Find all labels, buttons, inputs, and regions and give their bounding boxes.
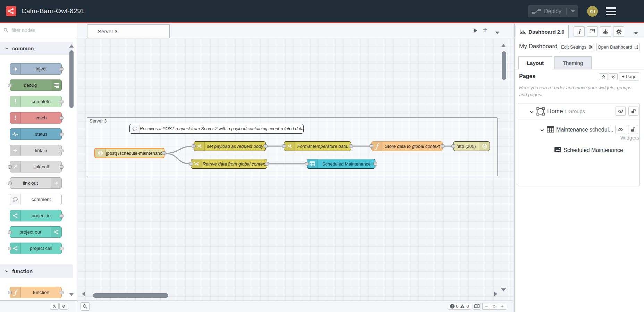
palette-node-status[interactable]: status (10, 128, 62, 140)
output-port[interactable] (60, 214, 63, 218)
comment-node[interactable]: Receives a POST request from Server 2 wi… (129, 124, 304, 134)
input-port[interactable] (451, 144, 455, 148)
zoom-reset-button[interactable]: ○ (490, 303, 498, 310)
output-port[interactable] (60, 149, 63, 152)
help-tab-button[interactable] (587, 26, 598, 37)
chevron-down-icon[interactable] (540, 128, 544, 134)
output-port[interactable] (60, 67, 63, 71)
canvas-scroll-right-icon[interactable] (494, 292, 497, 298)
input-port[interactable] (8, 230, 12, 234)
palette-node-link-out[interactable]: link out (10, 177, 62, 189)
visibility-toggle-button[interactable] (615, 125, 625, 134)
output-port[interactable] (60, 291, 63, 294)
search-flows-button[interactable] (80, 302, 90, 311)
input-port[interactable] (305, 162, 309, 166)
zoom-out-button[interactable]: − (482, 303, 490, 310)
output-port[interactable] (264, 144, 268, 148)
change-node-format-temperature[interactable]: Format temperature data. (284, 141, 351, 151)
input-port[interactable] (282, 144, 286, 148)
tree-row-home[interactable]: Home 1 Groups (518, 103, 639, 119)
output-port[interactable] (162, 151, 166, 155)
collapse-pages-button[interactable] (599, 73, 608, 80)
lock-toggle-button[interactable] (628, 125, 638, 134)
canvas-vscrollbar-thumb[interactable] (502, 51, 506, 80)
palette-category-function[interactable]: function (0, 264, 73, 278)
output-port[interactable] (60, 116, 63, 120)
add-page-button[interactable]: + Page (619, 72, 639, 81)
input-port[interactable] (8, 165, 12, 169)
palette-scroll-up-icon[interactable] (69, 43, 74, 49)
output-port[interactable] (60, 165, 63, 169)
input-port[interactable] (189, 162, 193, 166)
palette-scroll-down-icon[interactable] (69, 291, 74, 297)
dashboard-tree: Home 1 Groups Maintenance schedul... 1 W… (518, 103, 640, 186)
output-port[interactable] (60, 247, 63, 250)
canvas-scroll-down-icon[interactable] (501, 287, 506, 293)
http-in-node[interactable]: [post] /schedule-maintenance (94, 148, 164, 158)
tree-row-widget[interactable]: Scheduled Maintenance (518, 144, 639, 157)
tree-row-group[interactable]: Maintenance schedul... 1 Widgets (518, 119, 639, 140)
expand-pages-button[interactable] (609, 73, 618, 80)
palette-node-function[interactable]: ƒ function (10, 287, 62, 298)
canvas-hscrollbar-thumb[interactable] (93, 293, 168, 298)
info-tab-button[interactable]: i (574, 26, 585, 37)
function-node-store-data[interactable]: ƒ Store data to global context (371, 141, 443, 151)
flow-list-dropdown-button[interactable] (495, 29, 499, 35)
flow-tab-server-3[interactable]: Server 3 (87, 24, 170, 38)
palette-node-complete[interactable]: ! complete (10, 96, 62, 107)
collapse-all-categories-button[interactable] (50, 303, 59, 310)
notification-counts[interactable]: ! 0 0 (448, 303, 471, 310)
open-dashboard-button[interactable]: Open Dashboard (596, 43, 639, 51)
chevron-down-icon[interactable] (529, 109, 534, 116)
input-port[interactable] (8, 291, 12, 294)
deploy-button[interactable]: Deploy (528, 5, 578, 17)
input-port[interactable] (192, 144, 196, 148)
palette-node-catch[interactable]: ! catch (10, 112, 62, 124)
user-avatar[interactable]: su (587, 6, 598, 17)
debug-tab-button[interactable] (600, 26, 611, 37)
tab-layout[interactable]: Layout (518, 56, 552, 69)
sidebar-menu-caret-icon[interactable] (634, 29, 638, 36)
palette-node-project-call[interactable]: project call (10, 243, 62, 254)
palette-node-project-out[interactable]: project out (10, 226, 62, 238)
lock-toggle-button[interactable] (628, 107, 638, 116)
input-port[interactable] (8, 247, 12, 250)
change-node-retrieve-data[interactable]: Retrive data from global context (191, 159, 267, 169)
canvas-scroll-up-icon[interactable] (501, 42, 506, 49)
output-port[interactable] (60, 100, 63, 103)
palette-node-project-in[interactable]: project in (10, 210, 62, 221)
expand-all-categories-button[interactable] (59, 303, 68, 310)
settings-tab-button[interactable] (613, 26, 624, 37)
palette-scrollbar-thumb[interactable] (69, 50, 74, 108)
main-menu-button[interactable] (606, 7, 616, 15)
tab-theming[interactable]: Theming (554, 56, 592, 69)
input-port[interactable] (370, 144, 373, 148)
navigator-toggle-button[interactable] (473, 303, 481, 310)
flow-canvas[interactable]: Server 3 Receives a POST request from Se… (77, 38, 513, 301)
output-port[interactable] (441, 144, 444, 148)
filter-nodes-input[interactable] (11, 27, 68, 33)
output-port[interactable] (349, 144, 353, 148)
palette-node-debug[interactable]: debug (10, 79, 62, 91)
output-port[interactable] (373, 162, 377, 166)
deploy-options-caret-icon[interactable] (566, 8, 575, 15)
ui-table-node[interactable]: Scheduled Maintenance (307, 159, 375, 169)
canvas-scroll-left-icon[interactable] (82, 292, 85, 298)
palette-node-comment[interactable]: comment (10, 194, 62, 205)
http-response-node[interactable]: http (200) (453, 141, 490, 151)
input-port[interactable] (8, 84, 12, 87)
add-flow-button[interactable]: + (483, 26, 487, 34)
output-port[interactable] (60, 133, 63, 136)
visibility-toggle-button[interactable] (616, 107, 626, 116)
palette-node-inject[interactable]: inject (10, 63, 62, 75)
tab-scroll-right-button[interactable] (474, 28, 477, 34)
zoom-in-button[interactable]: + (498, 303, 506, 310)
palette-node-link-in[interactable]: link in (10, 145, 62, 156)
palette-node-link-call[interactable]: link call (10, 161, 62, 172)
tab-dashboard-2[interactable]: Dashboard 2.0 (516, 25, 569, 38)
input-port[interactable] (8, 182, 12, 185)
edit-settings-button[interactable]: Edit Settings (560, 43, 594, 51)
output-port[interactable] (265, 162, 269, 166)
palette-category-common[interactable]: common (0, 42, 73, 55)
change-node-set-payload[interactable]: set payload as request body (194, 141, 266, 151)
